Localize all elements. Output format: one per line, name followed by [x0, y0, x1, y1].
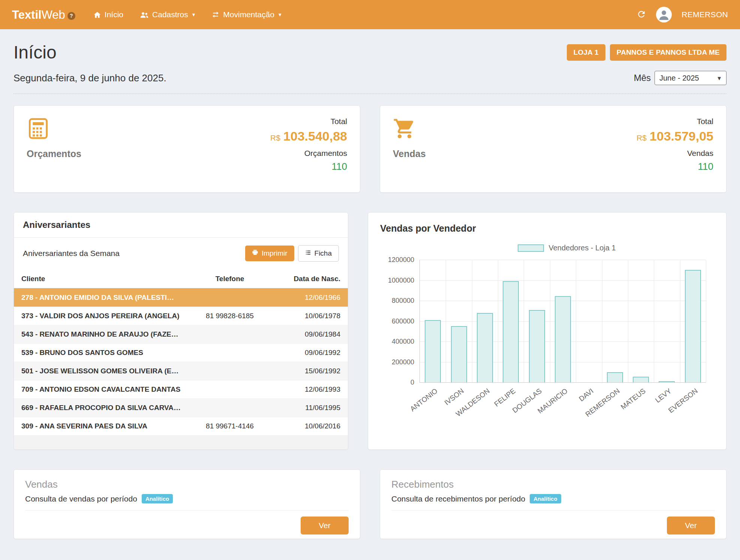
vendas-report-card: Vendas Consulta de vendas por período An… [13, 469, 360, 539]
report-divider [391, 510, 715, 511]
chart-bar [633, 377, 649, 382]
total-amount: 103.540,88 [283, 129, 347, 144]
table-header: Cliente Telefone Data de Nasc. [14, 269, 348, 288]
cart-icon [393, 117, 426, 148]
table-row[interactable]: 309 - ANA SEVERINA PAES DA SILVA81 99671… [14, 417, 348, 435]
legend-label: Vendedores - Loja 1 [548, 244, 616, 252]
gridline-vertical [706, 260, 706, 382]
printer-icon [252, 249, 258, 258]
imprimir-label: Imprimir [262, 249, 288, 258]
birthdate-cell: 09/06/1992 [273, 349, 348, 357]
header-buttons: LOJA 1 PANNOS E PANNOS LTDA ME [567, 44, 727, 61]
table-row[interactable]: 539 - BRUNO DOS SANTOS GOMES09/06/1992 [14, 343, 348, 362]
ver-vendas-button[interactable]: Ver [301, 517, 349, 535]
nav-item-inicio[interactable]: Início [93, 10, 123, 19]
home-icon [93, 11, 101, 19]
y-tick-label: 1200000 [388, 256, 414, 264]
bottom-row: Vendas Consulta de vendas por período An… [13, 469, 727, 539]
ver-recebimentos-button[interactable]: Ver [667, 517, 715, 535]
brand-text: TextilWeb [12, 9, 65, 21]
store-button[interactable]: LOJA 1 [567, 44, 605, 61]
client-cell: 543 - RENATO MARINHO DE ARAUJO (FAZE… [14, 330, 187, 338]
help-icon[interactable]: ? [67, 12, 75, 20]
chart-plot: ANTONIOIVSONWALDESONFELIPEDOUGLASMAURICI… [419, 260, 706, 383]
user-icon [658, 8, 670, 22]
total-amount: 103.579,05 [650, 129, 713, 144]
legend-swatch [518, 244, 544, 252]
table-row-partial[interactable] [14, 435, 348, 450]
client-cell: 501 - JOSE WELISSON GOMES OLIVEIRA (E… [14, 367, 187, 375]
gridline-vertical [498, 260, 498, 382]
chart-title: Vendas por Vendedor [380, 223, 714, 234]
gridline-vertical [628, 260, 628, 382]
currency-symbol: R$ [270, 133, 280, 142]
phone-cell: 81 99671-4146 [187, 422, 273, 430]
table-row[interactable]: 543 - RENATO MARINHO DE ARAUJO (FAZE…09/… [14, 325, 348, 343]
summary-card-name: Orçamentos [27, 148, 81, 159]
ficha-button[interactable]: Ficha [298, 245, 339, 262]
imprimir-button[interactable]: Imprimir [245, 246, 294, 261]
month-select[interactable]: June - 2025 [655, 71, 727, 85]
report-title: Vendas [25, 479, 349, 490]
chart-bar [503, 281, 519, 382]
chart-bar [529, 310, 545, 382]
y-tick-label: 400000 [392, 338, 414, 346]
birthdate-cell: 10/06/1978 [273, 312, 348, 320]
x-tick-label: ANTONIO [409, 387, 439, 413]
page-title: Início [13, 42, 57, 63]
table-row[interactable]: 501 - JOSE WELISSON GOMES OLIVEIRA (E…15… [14, 362, 348, 380]
birthdate-cell: 12/06/1993 [273, 385, 348, 394]
count-label: Orçamentos [304, 149, 347, 158]
client-cell: 278 - ANTONIO EMIDIO DA SILVA (PALESTI… [14, 293, 187, 302]
table-row[interactable]: 709 - ANTONIO EDSON CAVALCANTE DANTAS12/… [14, 380, 348, 398]
middle-row: Aniversariantes Aniversariantes da Seman… [13, 212, 727, 450]
company-button[interactable]: PANNOS E PANNOS LTDA ME [610, 44, 727, 61]
nav-label: Cadastros [152, 10, 188, 19]
transfer-icon [211, 11, 220, 18]
bar-chart: 020000040000060000080000010000001200000 … [380, 260, 706, 383]
x-tick-label: FELIPE [493, 387, 517, 409]
client-cell: 309 - ANA SEVERINA PAES DA SILVA [14, 422, 187, 430]
chart-bar [425, 320, 441, 382]
table-row[interactable]: 373 - VALDIR DOS ANJOS PEREIRA (ANGELA)8… [14, 307, 348, 325]
client-cell: 669 - RAFAELA PROCOPIO DA SILVA CARVA… [14, 404, 187, 412]
navbar-right: REMERSON [637, 7, 728, 22]
client-cell: 373 - VALDIR DOS ANJOS PEREIRA (ANGELA) [14, 312, 187, 320]
analitico-badge: Analítico [142, 494, 173, 503]
gridline-vertical [576, 260, 576, 382]
y-tick-label: 600000 [392, 317, 414, 325]
table-row[interactable]: 669 - RAFAELA PROCOPIO DA SILVA CARVA…11… [14, 398, 348, 417]
chart-bar [659, 381, 675, 382]
client-cell: 709 - ANTONIO EDSON CAVALCANTE DANTAS [14, 385, 187, 394]
client-cell: 539 - BRUNO DOS SANTOS GOMES [14, 349, 187, 357]
avatar[interactable] [656, 7, 672, 22]
column-telefone: Telefone [187, 275, 273, 283]
brand-logo[interactable]: TextilWeb ? [12, 9, 75, 21]
y-tick-label: 0 [410, 379, 414, 386]
x-tick-label: DAVI [577, 387, 595, 403]
nav-label: Movimentação [223, 10, 274, 19]
chevron-down-icon: ▾ [192, 11, 195, 18]
gridline-vertical [602, 260, 602, 382]
vendas-card: Vendas Total R$ 103.579,05 Vendas 110 [380, 105, 727, 193]
refresh-button[interactable] [637, 9, 646, 20]
gridline-vertical [524, 260, 524, 382]
table-row[interactable]: 278 - ANTONIO EMIDIO DA SILVA (PALESTI…1… [14, 288, 348, 307]
total-label: Total [331, 117, 347, 126]
count-value: 110 [698, 161, 713, 172]
birthdays-title: Aniversariantes [14, 213, 348, 238]
chart-legend[interactable]: Vendedores - Loja 1 [380, 244, 714, 252]
report-title: Recebimentos [391, 479, 715, 490]
y-tick-label: 1000000 [388, 276, 414, 284]
gridline-vertical [472, 260, 472, 382]
nav-item-movimentacao[interactable]: Movimentação ▾ [211, 10, 281, 19]
x-tick-label: LEVY [654, 387, 673, 404]
nav-item-cadastros[interactable]: Cadastros ▾ [140, 10, 195, 19]
user-name[interactable]: REMERSON [682, 10, 728, 19]
page-date: Segunda-feira, 9 de junho de 2025. [13, 72, 166, 84]
column-cliente: Cliente [14, 275, 187, 283]
analitico-badge: Analítico [530, 494, 561, 503]
report-subtitle: Consulta de vendas por período [25, 494, 137, 503]
x-tick-label: IVSON [443, 387, 465, 407]
gridline-horizontal [420, 260, 706, 260]
